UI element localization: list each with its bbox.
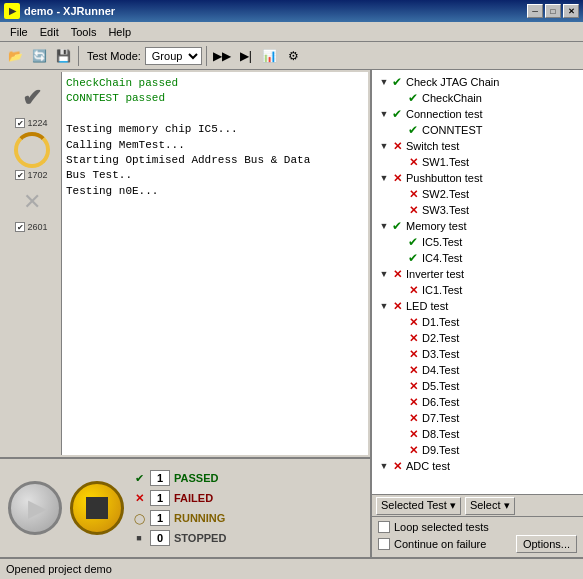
checkbox-1224[interactable]: ✔ [15,118,25,128]
tree-item[interactable]: ✕D1.Test [374,314,581,330]
tree-item[interactable]: ✕D7.Test [374,410,581,426]
tree-item[interactable]: ✕D2.Test [374,330,581,346]
running-count: 1 [150,510,170,526]
tree-item[interactable]: ✔CONNTEST [374,122,581,138]
tree-toggle-12[interactable]: ▼ [378,269,390,279]
tree-check-21: ✕ [406,411,420,425]
failed-label: FAILED [174,492,213,504]
play-button[interactable]: ▶ [8,481,62,535]
menu-file[interactable]: File [4,24,34,40]
bottom-panel: ▶ ✔ 1 PASSED ✕ 1 FAILED ◯ 1 [0,457,370,557]
log-area: ✔ ✔ 1224 ✔ 1702 ✕ ✔ [2,72,368,455]
tree-item[interactable]: ▼✕Switch test [374,138,581,154]
log-line-3 [66,107,364,122]
options-button[interactable]: Options... [516,535,577,553]
tree-check-16: ✕ [406,331,420,345]
tree-item[interactable]: ✕D4.Test [374,362,581,378]
menu-tools[interactable]: Tools [65,24,103,40]
menu-help[interactable]: Help [102,24,137,40]
test-num-2601: ✔ 2601 [15,222,47,232]
tree-toggle-2[interactable]: ▼ [378,109,390,119]
tree-item[interactable]: ✔IC4.Test [374,250,581,266]
tree-toggle-6[interactable]: ▼ [378,173,390,183]
running-icon: ◯ [132,511,146,525]
tree-item[interactable]: ✕SW2.Test [374,186,581,202]
failed-row: ✕ 1 FAILED [132,490,362,506]
tree-item[interactable]: ✕SW3.Test [374,202,581,218]
tree-item[interactable]: ✕IC1.Test [374,282,581,298]
tree-toggle-24[interactable]: ▼ [378,461,390,471]
tree-label-6: Pushbutton test [406,172,482,184]
tree-item[interactable]: ▼✕Inverter test [374,266,581,282]
checkbox-1702[interactable]: ✔ [15,170,25,180]
tree-item[interactable]: ✕D6.Test [374,394,581,410]
tree-check-14: ✕ [390,299,404,313]
tree-area[interactable]: ▼✔Check JTAG Chain✔CheckChain▼✔Connectio… [372,70,583,494]
failed-count: 1 [150,490,170,506]
tree-item[interactable]: ▼✔Check JTAG Chain [374,74,581,90]
loop-checkbox[interactable] [378,521,390,533]
settings-toolbar-button[interactable]: ⚙ [283,45,305,67]
step-toolbar-button[interactable]: ▶| [235,45,257,67]
tree-toggle-0[interactable]: ▼ [378,77,390,87]
tree-label-10: IC5.Test [422,236,462,248]
tree-item[interactable]: ▼✕LED test [374,298,581,314]
tree-item[interactable]: ✕D5.Test [374,378,581,394]
open-toolbar-button[interactable]: 📂 [4,45,26,67]
tree-check-18: ✕ [406,363,420,377]
stop-icon [86,497,108,519]
select-dropdown[interactable]: Select ▾ [465,497,515,515]
tree-item[interactable]: ✔CheckChain [374,90,581,106]
tree-item[interactable]: ▼✔Connection test [374,106,581,122]
tree-label-18: D4.Test [422,364,459,376]
test-num-1702: ✔ 1702 [15,170,47,180]
tree-check-15: ✕ [406,315,420,329]
tree-label-7: SW2.Test [422,188,469,200]
tree-check-10: ✔ [406,235,420,249]
tree-toggle-4[interactable]: ▼ [378,141,390,151]
tree-item[interactable]: ▼✕Pushbutton test [374,170,581,186]
window-controls: ─ □ ✕ [527,4,579,18]
test-num-1224: ✔ 1224 [15,118,47,128]
running-row: ◯ 1 RUNNING [132,510,362,526]
tree-toggle-9[interactable]: ▼ [378,221,390,231]
tree-item[interactable]: ▼✔Memory test [374,218,581,234]
x-icon: ✕ [14,184,50,220]
test-mode-select[interactable]: Group Single [145,47,202,65]
tree-check-22: ✕ [406,427,420,441]
menu-edit[interactable]: Edit [34,24,65,40]
tree-toggle-14[interactable]: ▼ [378,301,390,311]
tree-label-14: LED test [406,300,448,312]
status-item-spinner: ✔ 1702 [14,132,50,180]
tree-item[interactable]: ✕SW1.Test [374,154,581,170]
tree-item[interactable]: ✕D3.Test [374,346,581,362]
selected-test-dropdown[interactable]: Selected Test ▾ [376,497,461,515]
passed-label: PASSED [174,472,218,484]
tree-label-17: D3.Test [422,348,459,360]
log-line-6: Starting Optimised Address Bus & Data [66,153,364,168]
run-toolbar-button[interactable]: ▶▶ [211,45,233,67]
stopped-icon: ■ [132,531,146,545]
tree-item[interactable]: ✕D8.Test [374,426,581,442]
tree-check-1: ✔ [406,91,420,105]
maximize-button[interactable]: □ [545,4,561,18]
chart-toolbar-button[interactable]: 📊 [259,45,281,67]
status-item-check: ✔ ✔ 1224 [14,80,50,128]
tree-label-23: D9.Test [422,444,459,456]
checkbox-2601[interactable]: ✔ [15,222,25,232]
continue-checkbox[interactable] [378,538,390,550]
running-label: RUNNING [174,512,225,524]
stopped-label: STOPPED [174,532,226,544]
save-toolbar-button[interactable]: 💾 [52,45,74,67]
minimize-button[interactable]: ─ [527,4,543,18]
refresh-toolbar-button[interactable]: 🔄 [28,45,50,67]
tree-item[interactable]: ✕D9.Test [374,442,581,458]
stop-button[interactable] [70,481,124,535]
right-options: Loop selected tests Continue on failure … [372,517,583,557]
tree-item[interactable]: ▼✕ADC test [374,458,581,474]
tree-label-13: IC1.Test [422,284,462,296]
close-button[interactable]: ✕ [563,4,579,18]
tree-item[interactable]: ✔IC5.Test [374,234,581,250]
log-line-2: CONNTEST passed [66,91,364,106]
tree-check-23: ✕ [406,443,420,457]
